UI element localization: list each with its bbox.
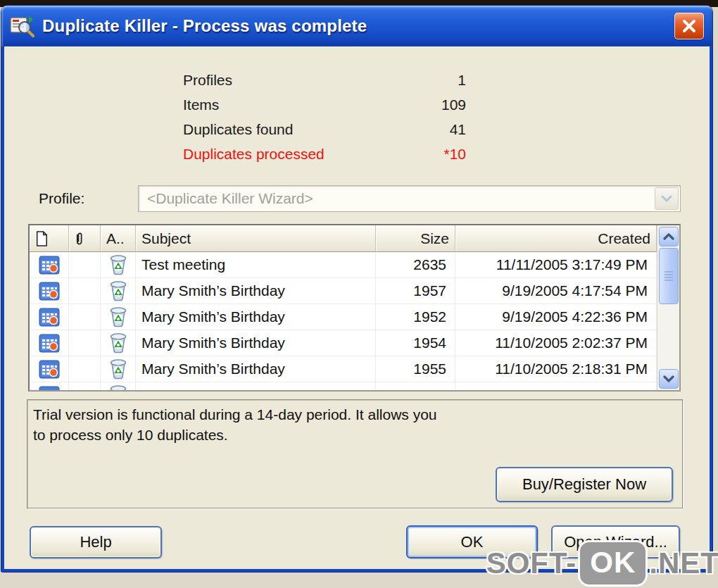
profile-combobox-value: <Duplicate Killer Wizard> [139,190,653,207]
cell-subject: Mary Smith’s Birthday [136,330,376,356]
buy-register-button[interactable]: Buy/Register Now [496,467,673,502]
calendar-icon [39,255,60,275]
document-icon [35,231,48,246]
screen: Duplicate Killer - Process was complete … [0,0,718,588]
column-header-size[interactable]: Size [376,225,455,251]
cell-created: 11/11/2005 3:17:49 PM [455,252,657,277]
stat-label: Profiles [183,68,232,92]
calendar-icon [39,281,60,301]
scroll-down-button[interactable] [659,369,679,389]
window-title: Duplicate Killer - Process was complete [42,16,674,36]
cell-created: 9/19/2005 4:17:54 PM [455,278,657,304]
stat-value: *10 [443,142,466,166]
table-row[interactable]: Test meeting 2635 11/11/2005 3:17:49 PM [30,252,657,278]
cell-created: 9/19/2005 4:22:36 PM [455,304,657,330]
cell-size: 2635 [376,252,455,277]
column-header-action[interactable]: A.. [101,225,136,251]
column-header-created[interactable]: Created [455,225,657,251]
watermark-badge: OK [578,540,648,587]
cell-size: 1952 [376,304,455,330]
cell-subject: Test meeting [136,252,376,277]
paperclip-icon [75,231,84,246]
title-bar: Duplicate Killer - Process was complete [1,6,712,46]
processed-trash-icon [109,280,127,301]
profile-combobox[interactable]: <Duplicate Killer Wizard> [138,185,681,212]
stat-duplicates-found: Duplicates found 41 [183,117,466,142]
cell-created: 11/10/2005 2:18:31 PM [455,356,657,382]
close-icon [681,18,698,35]
trial-message: Trial version is functional during a 14-… [33,404,437,445]
calendar-icon [39,333,60,353]
soft-ok-net-watermark: SOFT- OK .NET [486,540,718,587]
help-button[interactable]: Help [30,526,162,558]
processed-trash-icon [109,358,127,380]
scrollbar-thumb[interactable] [659,248,679,304]
table-row[interactable]: Mary Smith’s Birthday 1952 9/19/2005 4:2… [30,304,657,330]
stat-label: Items [183,92,219,117]
stat-label: Duplicates processed [183,142,325,166]
stat-value: 41 [450,117,466,142]
cell-subject: Mary Smith’s Birthday [136,278,376,304]
stat-value: 109 [441,92,466,117]
chevron-down-icon [660,194,673,203]
calendar-icon [39,385,60,390]
cell-subject: Mary Smith’s Birthday [136,356,376,382]
processed-trash-icon [109,306,127,327]
table-row[interactable]: Mary Smith’s Birthday 1957 9/19/2005 4:1… [30,278,657,304]
table-body: Test meeting 2635 11/11/2005 3:17:49 PM … [30,252,657,390]
column-header-attachment[interactable] [69,225,101,251]
summary-stats: Profiles 1 Items 109 Duplicates found 41… [183,68,466,166]
stat-label: Duplicates found [183,117,293,142]
table-scrollbar[interactable] [657,225,679,390]
cell-created: 11/10/2005 2:02:37 PM [455,330,657,356]
stat-items: Items 109 [183,92,466,117]
table-header: A.. Subject Size Created [30,225,657,252]
trial-message-line1: Trial version is functional during a 14-… [33,404,437,425]
profile-label: Profile: [39,190,84,207]
app-icon [10,15,35,37]
processed-trash-icon [109,384,127,390]
chevron-up-icon [663,232,674,241]
cell-size: 1954 [376,330,455,356]
watermark-prefix: SOFT- [486,546,577,580]
processed-trash-icon [109,332,127,354]
calendar-icon [39,359,60,379]
stat-value: 1 [458,68,466,92]
table-row-partial[interactable] [30,382,657,390]
trial-message-line2: to process only 10 duplicates. [33,425,437,445]
processed-trash-icon [109,254,127,275]
cell-size: 1955 [376,356,455,382]
cell-size: 1957 [376,278,455,304]
watermark-suffix: .NET [649,546,718,580]
table-row[interactable]: Mary Smith’s Birthday 1954 11/10/2005 2:… [30,330,657,356]
column-header-subject[interactable]: Subject [136,225,376,251]
scroll-up-button[interactable] [659,227,679,246]
stat-duplicates-processed: Duplicates processed *10 [183,142,466,166]
column-header-item-type[interactable] [30,225,69,251]
calendar-icon [39,307,60,327]
table-row[interactable]: Mary Smith’s Birthday 1955 11/10/2005 2:… [30,356,657,382]
close-button[interactable] [674,13,704,39]
stat-profiles: Profiles 1 [183,68,466,92]
scrollbar-grip [664,270,674,282]
table-content: A.. Subject Size Created Test [30,225,657,390]
chevron-down-icon [663,375,674,383]
combobox-dropdown-button[interactable] [655,187,679,210]
duplicates-table: A.. Subject Size Created Test [28,224,681,392]
trial-info-box: Trial version is functional during a 14-… [27,399,683,508]
cell-subject: Mary Smith’s Birthday [136,304,376,330]
